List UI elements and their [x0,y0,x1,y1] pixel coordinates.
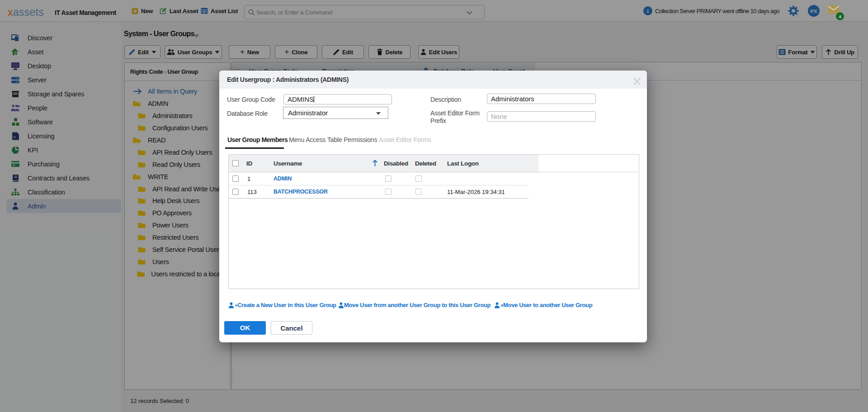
svg-text:4: 4 [839,14,841,19]
